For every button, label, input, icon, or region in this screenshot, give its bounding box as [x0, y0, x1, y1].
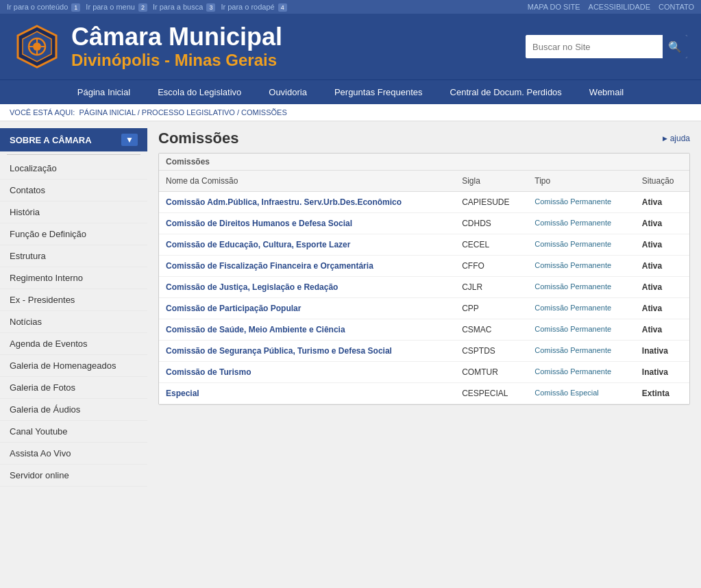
commissions-table-wrapper: Comissões Nome da Comissão Sigla Tipo Si… — [158, 153, 690, 405]
search-input[interactable] — [526, 35, 663, 58]
skip-link-menu[interactable]: Ir para o menu 2 — [86, 3, 147, 11]
sidebar-item-regimento[interactable]: Regimento Interno — [0, 267, 147, 289]
contato-link[interactable]: CONTATO — [659, 3, 694, 11]
commissions-tbody: Comissão Adm.Pública, Infraestru. Serv.U… — [159, 192, 689, 404]
cell-situacao: Ativa — [635, 256, 689, 277]
skip-link-content[interactable]: Ir para o conteúdo 1 — [7, 3, 80, 11]
search-box: 🔍 — [526, 35, 687, 58]
sidebar-chevron-icon: ▼ — [121, 134, 138, 146]
sidebar-item-ex-presidentes[interactable]: Ex - Presidentes — [0, 289, 147, 311]
table-row: EspecialCESPECIALComissão EspecialExtint… — [159, 383, 689, 404]
cell-nome[interactable]: Comissão de Segurança Pública, Turismo e… — [159, 341, 455, 362]
nav-item-pagina-inicial[interactable]: Página Inicial — [64, 80, 144, 104]
main-layout: SOBRE A CÂMARA ▼ Localização Contatos Hi… — [0, 121, 701, 532]
cell-situacao: Ativa — [635, 319, 689, 341]
search-button[interactable]: 🔍 — [663, 35, 687, 58]
table-row: Comissão de Fiscalização Financeira e Or… — [159, 256, 689, 277]
breadcrumb-processo[interactable]: PROCESSO LEGISLATIVO — [142, 108, 235, 117]
commissions-table: Nome da Comissão Sigla Tipo Situação Com… — [159, 171, 689, 404]
nav-item-webmail[interactable]: Webmail — [576, 80, 637, 104]
cell-sigla: COMTUR — [455, 362, 528, 383]
table-row: Comissão Adm.Pública, Infraestru. Serv.U… — [159, 192, 689, 213]
sidebar-item-servidor-online[interactable]: Servidor online — [0, 465, 147, 487]
page-title: Comissões — [158, 130, 238, 147]
cell-nome[interactable]: Comissão de Turismo — [159, 362, 455, 383]
breadcrumb-home[interactable]: PÁGINA INICIAL — [79, 108, 135, 117]
sidebar-divider — [7, 154, 140, 155]
table-section-title: Comissões — [159, 154, 689, 171]
sidebar-item-galeria-homenageados[interactable]: Galeria de Homenageados — [0, 355, 147, 377]
sidebar-item-localizacao[interactable]: Localização — [0, 158, 147, 180]
skip-num-3: 3 — [206, 3, 215, 12]
content-header: Comissões ajuda — [158, 130, 690, 147]
cell-sigla: CSMAC — [455, 319, 528, 341]
nav-item-central[interactable]: Central de Docum. Perdidos — [436, 80, 576, 104]
nav-item-perguntas[interactable]: Perguntas Frequentes — [321, 80, 436, 104]
sidebar-item-galeria-fotos[interactable]: Galeria de Fotos — [0, 377, 147, 399]
skip-num-4: 4 — [278, 3, 287, 12]
table-row: Comissão de Saúde, Meio Ambiente e Ciênc… — [159, 319, 689, 341]
table-header: Nome da Comissão Sigla Tipo Situação — [159, 171, 689, 192]
table-row: Comissão de Justiça, Legislação e Redaçã… — [159, 277, 689, 298]
logo-icon — [14, 23, 60, 70]
breadcrumb: VOCÊ ESTÁ AQUI: PÁGINA INICIAL / PROCESS… — [0, 104, 701, 121]
skip-bar: Ir para o conteúdo 1 Ir para o menu 2 Ir… — [0, 0, 701, 14]
cell-situacao: Ativa — [635, 234, 689, 256]
cell-sigla: CJLR — [455, 277, 528, 298]
table-row: Comissão de Segurança Pública, Turismo e… — [159, 341, 689, 362]
table-header-row: Nome da Comissão Sigla Tipo Situação — [159, 171, 689, 192]
table-row: Comissão de Participação PopularCPPComis… — [159, 298, 689, 319]
mapa-do-site-link[interactable]: MAPA DO SITE — [528, 3, 580, 11]
skip-links-left: Ir para o conteúdo 1 Ir para o menu 2 Ir… — [7, 3, 287, 11]
sidebar-item-agenda[interactable]: Agenda de Eventos — [0, 333, 147, 355]
cell-situacao: Inativa — [635, 341, 689, 362]
sidebar: SOBRE A CÂMARA ▼ Localização Contatos Hi… — [0, 121, 147, 532]
sidebar-title: SOBRE A CÂMARA ▼ — [0, 128, 147, 151]
cell-nome[interactable]: Comissão de Saúde, Meio Ambiente e Ciênc… — [159, 319, 455, 341]
cell-situacao: Ativa — [635, 192, 689, 213]
content-area: Comissões ajuda Comissões Nome da Comiss… — [147, 121, 701, 532]
nav-item-ouvidoria[interactable]: Ouvidoria — [255, 80, 321, 104]
site-subtitle: Divinópolis - Minas Gerais — [71, 51, 282, 70]
table-row: Comissão de Educação, Cultura, Esporte L… — [159, 234, 689, 256]
cell-nome[interactable]: Comissão Adm.Pública, Infraestru. Serv.U… — [159, 192, 455, 213]
cell-nome[interactable]: Comissão de Justiça, Legislação e Redaçã… — [159, 277, 455, 298]
search-icon: 🔍 — [668, 40, 682, 53]
cell-situacao: Extinta — [635, 383, 689, 404]
cell-tipo: Comissão Permanente — [528, 341, 635, 362]
cell-tipo: Comissão Permanente — [528, 362, 635, 383]
skip-link-busca[interactable]: Ir para a busca 3 — [153, 3, 215, 11]
sidebar-item-historia[interactable]: História — [0, 201, 147, 223]
col-nome: Nome da Comissão — [159, 171, 455, 192]
cell-nome[interactable]: Comissão de Participação Popular — [159, 298, 455, 319]
sidebar-item-galeria-audios[interactable]: Galeria de Áudios — [0, 399, 147, 421]
cell-nome[interactable]: Comissão de Fiscalização Financeira e Or… — [159, 256, 455, 277]
acessibilidade-link[interactable]: ACESSIBILIDADE — [589, 3, 650, 11]
cell-sigla: CDHDS — [455, 213, 528, 234]
skip-num-1: 1 — [71, 3, 80, 12]
table-row: Comissão de TurismoCOMTURComissão Perman… — [159, 362, 689, 383]
skip-link-rodape[interactable]: Ir para o rodapé 4 — [221, 3, 286, 11]
sidebar-item-estrutura[interactable]: Estrutura — [0, 245, 147, 267]
sidebar-item-noticias[interactable]: Notícias — [0, 311, 147, 333]
svg-point-3 — [33, 42, 41, 51]
cell-nome[interactable]: Comissão de Educação, Cultura, Esporte L… — [159, 234, 455, 256]
sidebar-item-contatos[interactable]: Contatos — [0, 180, 147, 201]
cell-nome[interactable]: Especial — [159, 383, 455, 404]
cell-tipo: Comissão Permanente — [528, 234, 635, 256]
cell-nome[interactable]: Comissão de Direitos Humanos e Defesa So… — [159, 213, 455, 234]
nav-item-escola[interactable]: Escola do Legislativo — [144, 80, 255, 104]
skip-num-2: 2 — [138, 3, 147, 12]
cell-situacao: Ativa — [635, 298, 689, 319]
cell-sigla: CSPTDS — [455, 341, 528, 362]
col-situacao: Situação — [635, 171, 689, 192]
sidebar-item-canal-youtube[interactable]: Canal Youtube — [0, 421, 147, 443]
help-link[interactable]: ajuda — [663, 134, 690, 143]
sidebar-item-assista-ao-vivo[interactable]: Assista Ao Vivo — [0, 443, 147, 465]
sidebar-title-text: SOBRE A CÂMARA — [10, 135, 92, 145]
cell-sigla: CFFO — [455, 256, 528, 277]
cell-tipo: Comissão Permanente — [528, 298, 635, 319]
cell-sigla: CPP — [455, 298, 528, 319]
nav-bar: Página Inicial Escola do Legislativo Ouv… — [0, 79, 701, 104]
sidebar-item-funcao[interactable]: Função e Definição — [0, 223, 147, 245]
